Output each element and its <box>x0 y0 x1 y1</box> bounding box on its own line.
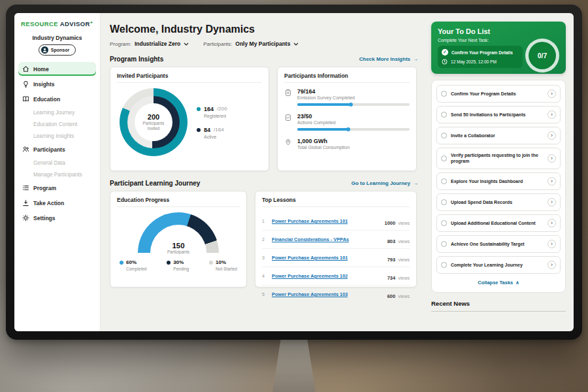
task-label: Verify participants requesting to join t… <box>451 152 544 165</box>
program-insights-header: Program Insights Check More Insights → <box>110 56 418 63</box>
sidebar-item-education-content[interactable]: Education Content <box>18 118 96 130</box>
lesson-views-value: 793 <box>387 257 395 263</box>
arrow-right-icon: → <box>413 180 418 186</box>
brand-secondary: ADVISOR <box>60 20 90 27</box>
location-pin-icon <box>284 139 292 146</box>
checkbox-circle-icon[interactable] <box>441 91 447 97</box>
task-label: Explore Your Insights Dashboard <box>451 178 544 184</box>
legend-label: Not Started <box>209 267 237 271</box>
task-row[interactable]: Send 50 Invitations to Participants › <box>436 106 561 123</box>
collapse-label: Collapse Tasks <box>478 280 513 286</box>
task-row[interactable]: Upload Spend Data Records › <box>436 193 561 211</box>
checkbox-circle-icon[interactable] <box>441 199 447 205</box>
lesson-views: 1000 views <box>385 216 410 227</box>
program-select-label: Program: <box>110 41 131 47</box>
go-to-learning-journey-link[interactable]: Go to Learning Journey → <box>351 180 418 186</box>
gauge-center-label: Participants <box>138 250 219 254</box>
gear-icon <box>22 214 29 221</box>
learning-journey-header: Participant Learning Journey Go to Learn… <box>110 180 418 187</box>
check-icon: ✓ <box>442 49 448 56</box>
lesson-link[interactable]: Power Purchase Agreements 103 <box>272 291 348 297</box>
sidebar-item-general-data[interactable]: General Data <box>18 157 96 169</box>
sidebar-item-home[interactable]: Home <box>18 62 96 76</box>
sidebar-item-settings[interactable]: Settings <box>18 211 96 225</box>
chevron-right-icon[interactable]: › <box>547 154 556 163</box>
sidebar-item-learning-insights[interactable]: Learning Insights <box>18 130 96 142</box>
gauge-legend: 60% Completed 30% Pending 10% Not Starte… <box>117 254 240 271</box>
task-row[interactable]: Invite a Collaborator › <box>436 127 561 144</box>
lesson-row: 3 Power Purchase Agreements 101 793 view… <box>262 249 410 267</box>
checkbox-circle-icon[interactable] <box>441 241 447 247</box>
next-task-label: Confirm Your Program Details <box>451 50 513 55</box>
brand-primary: RESOURCE <box>21 20 58 27</box>
chevron-right-icon[interactable]: › <box>547 131 556 140</box>
sidebar-item-label: Take Action <box>33 200 64 206</box>
task-row[interactable]: Confirm Your Program Details › <box>436 85 561 103</box>
filter-bar: Program: Industrialize Zero Participants… <box>110 41 418 47</box>
task-label: Achieve One Sustainability Target <box>451 241 544 247</box>
dashboard-screen: RESOURCE ADVISOR+ Industry Dynamics Spon… <box>14 13 574 331</box>
lesson-rank: 5 <box>262 292 267 297</box>
chevron-right-icon[interactable]: › <box>547 219 556 227</box>
lesson-row: 1 Power Purchase Agreements 101 1000 vie… <box>262 212 410 231</box>
sidebar-item-manage-participants[interactable]: Manage Participants <box>18 169 96 180</box>
arrow-right-icon: → <box>413 56 418 62</box>
invited-participants-donut: 200 Participants Invited <box>120 88 188 156</box>
checkbox-circle-icon[interactable] <box>441 262 447 268</box>
checkbox-circle-icon[interactable] <box>441 178 447 184</box>
lesson-link[interactable]: Power Purchase Agreements 101 <box>272 218 348 224</box>
info-label: Total Global Consumption <box>297 145 410 150</box>
card-title: Education Progress <box>117 197 240 207</box>
checkbox-circle-icon[interactable] <box>441 112 447 118</box>
checkbox-circle-icon[interactable] <box>441 133 447 139</box>
gauge-center: 150 Participants <box>138 242 219 254</box>
collapse-tasks-link[interactable]: Collapse Tasks ∧ <box>436 277 561 287</box>
lesson-views-value: 803 <box>387 238 395 244</box>
lesson-link[interactable]: Financial Considerations - VPPAs <box>272 237 349 242</box>
page-title: Welcome, Industry Dynamics <box>110 24 418 35</box>
task-label: Complete Your Learning Journey <box>451 262 544 268</box>
legend-pct: 60% <box>126 259 137 265</box>
sidebar-item-insights[interactable]: Insights <box>18 77 96 91</box>
checkbox-circle-icon[interactable] <box>441 220 447 226</box>
sponsor-badge-label: Sponsor <box>51 48 69 52</box>
participants-select[interactable]: Participants: Only My Participants <box>203 41 299 47</box>
check-more-insights-link[interactable]: Check More Insights → <box>359 56 418 62</box>
chevron-right-icon[interactable]: › <box>547 198 556 206</box>
task-label: Send 50 Invitations to Participants <box>451 112 544 118</box>
section-title: Participant Learning Journey <box>110 180 200 187</box>
task-row[interactable]: Complete Your Learning Journey › <box>436 256 561 274</box>
task-row[interactable]: Verify participants requesting to join t… <box>436 148 561 169</box>
lesson-link[interactable]: Power Purchase Agreements 101 <box>272 255 348 261</box>
clipboard-icon <box>284 89 292 97</box>
lesson-views-value: 1000 <box>385 220 395 226</box>
sidebar-item-label: Program <box>33 185 56 191</box>
sidebar-item-program[interactable]: Program <box>18 181 96 195</box>
task-row[interactable]: Achieve One Sustainability Target › <box>436 235 561 253</box>
collapse-up-icon: ∧ <box>515 280 519 286</box>
task-row[interactable]: Upload Additional Educational Content › <box>436 214 561 232</box>
lesson-row: 5 Power Purchase Agreements 103 600 view… <box>262 286 410 303</box>
chevron-right-icon[interactable]: › <box>547 240 556 248</box>
sponsor-badge: Sponsor <box>39 44 76 56</box>
sidebar-item-take-action[interactable]: Take Action <box>18 196 96 210</box>
lesson-link[interactable]: Power Purchase Agreements 102 <box>272 273 348 279</box>
legend-dot-navy <box>167 261 171 265</box>
education-progress-gauge: 150 Participants <box>138 212 219 254</box>
legend-item-pending: 30% Pending <box>167 259 189 271</box>
sidebar-item-learning-journey[interactable]: Learning Journey <box>18 106 96 118</box>
chevron-right-icon[interactable]: › <box>547 261 556 269</box>
invited-participants-card: Invited Participants 200 Participants In… <box>110 67 269 171</box>
sidebar-item-participants[interactable]: Participants <box>18 142 96 156</box>
task-row[interactable]: Explore Your Insights Dashboard › <box>436 172 561 190</box>
program-select[interactable]: Program: Industrialize Zero <box>110 41 189 47</box>
participants-information-card: Participants Information 79/164 Emission… <box>277 67 417 171</box>
chevron-right-icon[interactable]: › <box>547 177 556 186</box>
checkbox-circle-icon[interactable] <box>441 155 447 161</box>
donut-legend: 164/200 Registered 84/164 Active <box>197 106 227 139</box>
sidebar-item-education[interactable]: Education <box>18 92 96 106</box>
chevron-right-icon[interactable]: › <box>547 110 556 119</box>
legend-dot-navy <box>197 128 201 132</box>
chevron-right-icon[interactable]: › <box>547 90 556 98</box>
info-value: 23/50 <box>297 113 410 120</box>
